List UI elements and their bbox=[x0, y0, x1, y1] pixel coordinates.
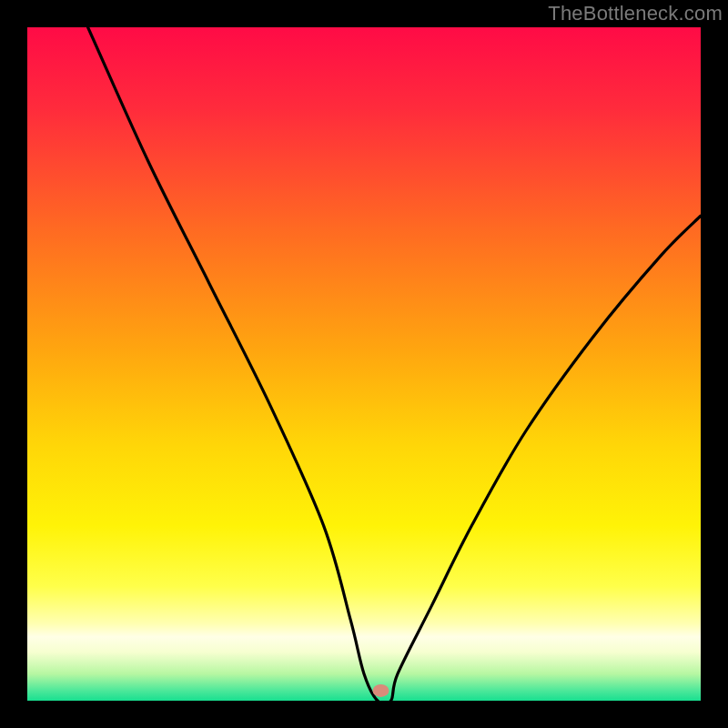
optimal-point-marker bbox=[373, 684, 389, 697]
attribution-label: TheBottleneck.com bbox=[548, 2, 723, 25]
bottleneck-chart bbox=[0, 0, 728, 728]
gradient-background bbox=[27, 27, 701, 701]
chart-frame: TheBottleneck.com bbox=[0, 0, 728, 728]
